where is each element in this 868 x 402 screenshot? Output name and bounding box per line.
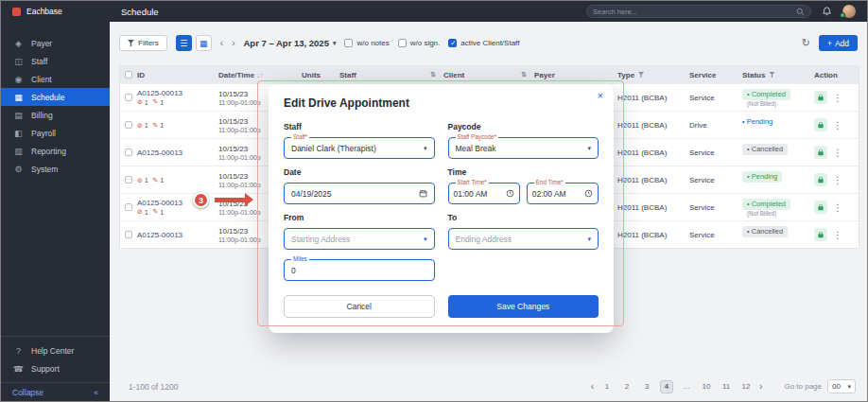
add-button[interactable]: + Add [819, 35, 858, 51]
from-address-select[interactable]: Starting Address ▾ [284, 228, 435, 250]
sidebar-item-payroll[interactable]: ◧ Payroll [1, 124, 110, 142]
sidebar-item-billing[interactable]: ▤ Billing [1, 106, 110, 124]
status-badge: Completed [742, 89, 790, 100]
sidebar-item-schedule[interactable]: ▦ Schedule [1, 88, 110, 106]
date-input[interactable]: 04/19/2025 [284, 183, 435, 204]
row-id[interactable]: A0125-00013 [137, 231, 218, 239]
chevron-down-icon: ▾ [333, 40, 337, 47]
column-header-datetime[interactable]: Date/Time ↓↑ [218, 71, 302, 79]
sort-icon[interactable]: ⇅ [430, 71, 436, 79]
sidebar-item-label: Help Center [31, 346, 74, 356]
sidebar-item-support[interactable]: ☎ Support [1, 359, 110, 377]
staff-value: Daniel Clark (Therapist) [291, 144, 376, 153]
lock-icon[interactable] [814, 201, 827, 214]
page-number[interactable]: 4 [660, 380, 673, 393]
column-header-type[interactable]: Type [617, 71, 689, 79]
payer-icon: ◈ [13, 39, 24, 48]
wo-notes-checkbox[interactable]: w/o notes [344, 39, 389, 47]
checkbox-icon [448, 39, 457, 47]
select-all-checkbox[interactable] [125, 71, 132, 79]
wo-sign-checkbox[interactable]: w/o sign. [398, 39, 441, 47]
sidebar-item-client[interactable]: ◉ Client [1, 70, 110, 88]
avatar[interactable] [842, 5, 856, 18]
sidebar-item-staff[interactable]: ◫ Staff [1, 52, 110, 70]
cancel-button[interactable]: Cancel [284, 295, 435, 318]
sidebar-item-system[interactable]: ⚙ System [1, 160, 110, 178]
search-input[interactable] [593, 8, 796, 16]
search-box[interactable] [586, 5, 811, 18]
kebab-menu-icon[interactable]: ⋮ [833, 120, 842, 131]
brand: Eachbase [1, 7, 110, 16]
goto-page-select[interactable]: 00 ▾ [827, 379, 856, 393]
lock-icon[interactable] [814, 146, 827, 159]
end-time-input[interactable]: End Time* 02:00 AM [527, 183, 599, 204]
start-time-input[interactable]: Start Time* 01:00 AM [448, 183, 520, 204]
filter-funnel-icon[interactable] [769, 72, 774, 78]
row-checkbox[interactable] [125, 176, 132, 184]
kebab-menu-icon[interactable]: ⋮ [833, 93, 842, 103]
page-number[interactable]: 1 [600, 380, 614, 393]
staff-section-label: Staff [284, 122, 435, 131]
kebab-menu-icon[interactable]: ⋮ [833, 148, 842, 158]
bell-icon[interactable] [822, 6, 832, 17]
status-note: (Not Billed) [742, 100, 790, 107]
sync-icon[interactable]: ↻ [802, 37, 810, 49]
collapse-button[interactable]: Collapse « [1, 382, 110, 401]
row-checkbox[interactable] [125, 231, 132, 238]
page-number[interactable]: 11 [720, 380, 733, 393]
time-section-label: Time [448, 167, 599, 177]
column-header-status[interactable]: Status [742, 71, 814, 79]
lock-icon[interactable] [814, 228, 827, 241]
sort-icon[interactable]: ⇅ [521, 71, 527, 79]
row-indicators: ⊘1 ✎1 [137, 177, 218, 184]
column-header-staff[interactable]: Staff ⇅ [339, 71, 443, 79]
status-badge: Cancelled [742, 226, 788, 237]
page-number[interactable]: 12 [739, 380, 753, 393]
client-icon: ◉ [13, 75, 24, 84]
list-view-icon[interactable]: ☰ [176, 35, 192, 51]
sidebar-item-help-center[interactable]: ? Help Center [1, 341, 110, 359]
page-number[interactable]: 3 [640, 380, 653, 393]
row-checkbox[interactable] [125, 94, 132, 101]
date-range-selector[interactable]: Apr 7 – Apr 13, 2025 ▾ [243, 38, 336, 48]
paycode-select[interactable]: Staff Paycode* Meal Break ▾ [448, 137, 599, 159]
active-client-staff-checkbox[interactable]: active Client/Staff [448, 39, 519, 47]
kebab-menu-icon[interactable]: ⋮ [833, 230, 842, 240]
kebab-menu-icon[interactable]: ⋮ [833, 175, 842, 185]
row-checkbox[interactable] [125, 203, 132, 211]
filter-funnel-icon[interactable] [638, 72, 644, 78]
close-icon[interactable]: × [598, 90, 603, 101]
grid-view-icon[interactable]: ▦ [196, 35, 212, 51]
status-note [742, 237, 788, 244]
sidebar-item-reporting[interactable]: ▥ Reporting [1, 142, 110, 160]
column-header-client[interactable]: Client ⇅ [443, 71, 534, 79]
annotation-step-badge: 3 [193, 192, 209, 208]
kebab-menu-icon[interactable]: ⋮ [833, 202, 842, 213]
sidebar-item-label: Staff [31, 57, 47, 66]
row-type: H2011 (BCBA) [617, 176, 689, 184]
notes-count-icon: ⊘ [137, 98, 143, 106]
next-week-icon[interactable]: › [232, 39, 234, 48]
lock-icon[interactable] [814, 118, 827, 131]
row-checkbox[interactable] [125, 149, 132, 156]
save-changes-button[interactable]: Save Changes [448, 295, 599, 318]
staff-select[interactable]: Staff* Daniel Clark (Therapist) ▾ [284, 137, 435, 159]
row-id[interactable]: A0125-00013 [137, 89, 218, 97]
miles-input[interactable]: Miles 0 [284, 259, 435, 281]
page-number[interactable]: 2 [620, 380, 634, 393]
row-indicators: ⊘1 ✎1 [137, 98, 218, 106]
filters-button[interactable]: Filters [119, 35, 167, 51]
prev-week-icon[interactable]: ‹ [220, 39, 223, 48]
lock-icon[interactable] [814, 91, 827, 104]
prev-page-icon[interactable]: ‹ [591, 382, 594, 392]
to-address-select[interactable]: Ending Address ▾ [448, 228, 599, 250]
row-checkbox[interactable] [125, 121, 132, 129]
sidebar-item-payer[interactable]: ◈ Payer [1, 34, 110, 52]
page-number[interactable]: 10 [700, 380, 713, 393]
next-page-icon[interactable]: › [759, 382, 762, 392]
row-id[interactable]: A0125-00013 [137, 149, 218, 157]
sort-icon[interactable]: ↓↑ [256, 72, 263, 79]
lock-icon[interactable] [814, 173, 827, 186]
sign-count-icon: ✎ [153, 208, 159, 216]
paycode-section-label: Paycode [448, 122, 599, 131]
